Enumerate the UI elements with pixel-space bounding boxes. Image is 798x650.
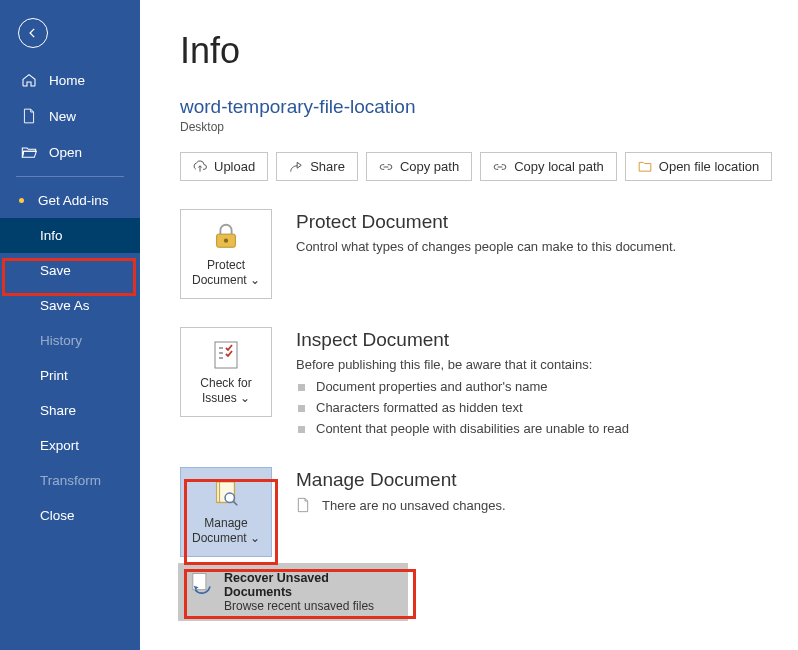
inspect-lead: Before publishing this file, be aware th… bbox=[296, 357, 774, 372]
nav-share[interactable]: Share bbox=[0, 393, 140, 428]
checklist-icon bbox=[210, 338, 242, 370]
nav-save[interactable]: Save bbox=[0, 253, 140, 288]
document-search-icon bbox=[210, 478, 242, 510]
nav-label: Export bbox=[40, 438, 79, 453]
document-location: Desktop bbox=[180, 120, 774, 134]
protect-desc: Control what types of changes people can… bbox=[296, 239, 774, 254]
main-panel: Info word-temporary-file-location Deskto… bbox=[140, 0, 798, 650]
chevron-down-icon: ⌄ bbox=[250, 531, 260, 545]
nav-history: History bbox=[0, 323, 140, 358]
back-button[interactable] bbox=[18, 18, 48, 48]
page-title: Info bbox=[180, 30, 774, 72]
nav-label: Transform bbox=[40, 473, 101, 488]
folder-icon bbox=[638, 160, 652, 174]
recover-title: Recover Unsaved Documents bbox=[224, 571, 398, 599]
manage-title: Manage Document bbox=[296, 469, 774, 491]
inspect-item: Document properties and author's name bbox=[296, 376, 774, 397]
lock-icon bbox=[210, 220, 242, 252]
tile-label: Manage Document ⌄ bbox=[185, 516, 267, 546]
chevron-down-icon: ⌄ bbox=[240, 391, 250, 405]
nav-save-as[interactable]: Save As bbox=[0, 288, 140, 323]
document-outline-icon bbox=[296, 497, 312, 513]
button-label: Copy path bbox=[400, 159, 459, 174]
back-arrow-icon bbox=[26, 26, 40, 40]
backstage-sidebar: Home New Open Get Add-ins Info Save Save… bbox=[0, 0, 140, 650]
button-label: Share bbox=[310, 159, 345, 174]
nav-transform: Transform bbox=[0, 463, 140, 498]
tile-label: Check for Issues ⌄ bbox=[185, 376, 267, 406]
nav-export[interactable]: Export bbox=[0, 428, 140, 463]
nav-label: Close bbox=[40, 508, 75, 523]
nav-label: Info bbox=[40, 228, 63, 243]
copy-path-button[interactable]: Copy path bbox=[366, 152, 472, 181]
nav-get-addins[interactable]: Get Add-ins bbox=[0, 183, 140, 218]
nav-label: Share bbox=[40, 403, 76, 418]
nav-label: Save bbox=[40, 263, 71, 278]
inspect-list: Document properties and author's name Ch… bbox=[296, 376, 774, 439]
share-button[interactable]: Share bbox=[276, 152, 358, 181]
nav-label: Home bbox=[49, 73, 85, 88]
recover-icon bbox=[188, 571, 214, 597]
info-toolbar: Upload Share Copy path Copy local path bbox=[180, 152, 774, 181]
svg-point-1 bbox=[224, 239, 228, 243]
nav-close[interactable]: Close bbox=[0, 498, 140, 533]
protect-title: Protect Document bbox=[296, 211, 774, 233]
home-icon bbox=[21, 72, 37, 88]
open-file-location-button[interactable]: Open file location bbox=[625, 152, 772, 181]
copy-local-path-button[interactable]: Copy local path bbox=[480, 152, 617, 181]
nav-open[interactable]: Open bbox=[0, 134, 140, 170]
nav-home[interactable]: Home bbox=[0, 62, 140, 98]
upload-button[interactable]: Upload bbox=[180, 152, 268, 181]
inspect-item: Characters formatted as hidden text bbox=[296, 397, 774, 418]
inspect-item: Content that people with disabilities ar… bbox=[296, 418, 774, 439]
share-icon bbox=[289, 160, 303, 174]
chevron-down-icon: ⌄ bbox=[250, 273, 260, 287]
link-icon bbox=[379, 160, 393, 174]
button-label: Copy local path bbox=[514, 159, 604, 174]
nav-label: Print bbox=[40, 368, 68, 383]
tile-label: Protect Document ⌄ bbox=[185, 258, 267, 288]
check-for-issues-tile[interactable]: Check for Issues ⌄ bbox=[180, 327, 272, 417]
link-icon bbox=[493, 160, 507, 174]
manage-none-text: There are no unsaved changes. bbox=[322, 498, 506, 513]
recover-unsaved-menu-item[interactable]: Recover Unsaved Documents Browse recent … bbox=[178, 563, 408, 621]
manage-document-tile[interactable]: Manage Document ⌄ bbox=[180, 467, 272, 557]
nav-label: Get Add-ins bbox=[38, 193, 109, 208]
nav-label: New bbox=[49, 109, 76, 124]
manage-section: Manage Document ⌄ Manage Document There … bbox=[180, 467, 774, 557]
addins-bullet-icon bbox=[19, 198, 24, 203]
nav-separator bbox=[16, 176, 124, 177]
nav-print[interactable]: Print bbox=[0, 358, 140, 393]
svg-point-5 bbox=[225, 493, 234, 502]
nav-label: Save As bbox=[40, 298, 90, 313]
upload-icon bbox=[193, 160, 207, 174]
nav-label: Open bbox=[49, 145, 82, 160]
recover-subtitle: Browse recent unsaved files bbox=[224, 599, 398, 613]
document-title: word-temporary-file-location bbox=[180, 96, 774, 118]
button-label: Upload bbox=[214, 159, 255, 174]
protect-document-tile[interactable]: Protect Document ⌄ bbox=[180, 209, 272, 299]
document-icon bbox=[21, 108, 37, 124]
nav-new[interactable]: New bbox=[0, 98, 140, 134]
button-label: Open file location bbox=[659, 159, 759, 174]
inspect-section: Check for Issues ⌄ Inspect Document Befo… bbox=[180, 327, 774, 439]
inspect-title: Inspect Document bbox=[296, 329, 774, 351]
folder-open-icon bbox=[21, 144, 37, 160]
nav-info[interactable]: Info bbox=[0, 218, 140, 253]
nav-label: History bbox=[40, 333, 82, 348]
protect-section: Protect Document ⌄ Protect Document Cont… bbox=[180, 209, 774, 299]
